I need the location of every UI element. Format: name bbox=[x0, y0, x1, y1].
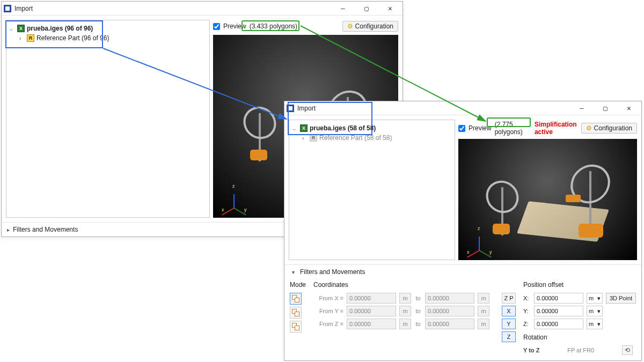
titlebar[interactable]: Import — ▢ ✕ bbox=[284, 101, 641, 115]
configuration-label: Configuration bbox=[594, 124, 632, 132]
close-button[interactable]: ✕ bbox=[380, 2, 400, 16]
import-tree[interactable]: ⌵ X prueba.iges (58 of 58) › R Reference… bbox=[289, 120, 455, 260]
configuration-button[interactable]: ⚙ Configuration bbox=[342, 21, 398, 32]
reference-icon: R bbox=[27, 34, 34, 42]
polygon-count: (3.433 polygons) bbox=[250, 23, 297, 30]
rotation-fp: FP at FR0 bbox=[567, 347, 594, 353]
maximize-button[interactable]: ▢ bbox=[595, 101, 616, 115]
offset-x-field[interactable]: 0.00000 bbox=[534, 293, 583, 304]
from-z-field[interactable]: 0.00000 bbox=[347, 319, 396, 329]
tree-ref-label: Reference Part (58 of 58) bbox=[319, 134, 392, 142]
app-icon bbox=[4, 5, 11, 12]
offset-x-unit[interactable]: m▾ bbox=[587, 293, 603, 304]
to-x-field[interactable]: 0.00000 bbox=[425, 293, 474, 304]
import-dialog-simplified: Import — ▢ ✕ ⌵ X prueba.iges (58 of 58) … bbox=[284, 101, 642, 361]
simplification-status: Simplification active bbox=[535, 121, 578, 136]
import-tree[interactable]: ⌵ X prueba.iges (96 of 96) › R Reference… bbox=[6, 20, 210, 218]
maximize-button[interactable]: ▢ bbox=[356, 2, 377, 16]
window-title: Import bbox=[297, 105, 568, 112]
three-d-point-button[interactable]: 3D Point bbox=[606, 293, 636, 304]
mode-button-3[interactable] bbox=[290, 321, 302, 333]
preview-checkbox[interactable] bbox=[458, 125, 465, 132]
tree-file-label: prueba.iges (58 of 58) bbox=[310, 124, 376, 132]
axis-triad-icon: z y x bbox=[219, 184, 247, 212]
configuration-label: Configuration bbox=[355, 23, 393, 30]
coords-heading: Coordinates bbox=[313, 281, 494, 289]
filters-movements-label: Filters and Movements bbox=[300, 268, 365, 276]
titlebar[interactable]: Import — ▢ ✕ bbox=[2, 2, 402, 16]
tree-ref-label: Reference Part (96 of 96) bbox=[36, 34, 109, 42]
expand-caret-icon[interactable]: ⌵ bbox=[292, 125, 298, 131]
coordinates-column: Coordinates From X = 0.00000 m to 0.0000… bbox=[313, 281, 494, 329]
axis-buttons-column: Z P X Y Z bbox=[502, 281, 516, 342]
unit-dropdown[interactable]: m bbox=[478, 319, 489, 329]
filters-movements-panel: Mode Coordinates From X = 0.00000 m to 0… bbox=[284, 279, 641, 360]
axis-triad-icon: z y x bbox=[465, 227, 493, 255]
offset-y-unit[interactable]: m▾ bbox=[587, 306, 603, 316]
rotation-row: Y to Z FP at FR0 ⟲ bbox=[523, 345, 636, 355]
chevron-right-icon: ▸ bbox=[7, 227, 10, 233]
preview-viewport[interactable]: z y x bbox=[458, 139, 637, 260]
offset-y-field[interactable]: 0.00000 bbox=[534, 306, 583, 316]
tree-file-node[interactable]: ⌵ X prueba.iges (58 of 58) bbox=[291, 123, 452, 133]
to-y-field[interactable]: 0.00000 bbox=[425, 306, 474, 316]
coord-row-y: From Y = 0.00000 m to 0.00000 m bbox=[313, 306, 494, 316]
unit-dropdown[interactable]: m bbox=[399, 306, 411, 316]
file-icon: X bbox=[300, 124, 308, 132]
tree-ref-node[interactable]: › R Reference Part (58 of 58) bbox=[291, 133, 452, 143]
tree-file-node[interactable]: ⌵ X prueba.iges (96 of 96) bbox=[9, 24, 207, 33]
axis-y-button[interactable]: Y bbox=[502, 319, 516, 329]
expand-caret-icon[interactable]: ⌵ bbox=[10, 26, 15, 32]
rotation-reset-button[interactable]: ⟲ bbox=[622, 345, 633, 355]
axis-x-button[interactable]: X bbox=[502, 306, 516, 316]
gear-icon: ⚙ bbox=[347, 23, 353, 30]
offset-z-field[interactable]: 0.00000 bbox=[534, 319, 583, 329]
configuration-button[interactable]: ⚙ Configuration bbox=[581, 123, 637, 134]
mode-heading: Mode bbox=[290, 281, 306, 289]
unit-dropdown[interactable]: m bbox=[478, 306, 489, 316]
preview-checkbox[interactable] bbox=[213, 23, 220, 30]
expand-caret-icon[interactable]: › bbox=[19, 35, 25, 41]
filters-movements-label: Filters and Movements bbox=[13, 226, 78, 233]
app-icon bbox=[287, 105, 294, 112]
unit-dropdown[interactable]: m bbox=[399, 293, 411, 304]
from-y-field[interactable]: 0.00000 bbox=[347, 306, 396, 316]
unit-dropdown[interactable]: m bbox=[478, 293, 489, 304]
to-z-field[interactable]: 0.00000 bbox=[425, 319, 474, 329]
tree-file-label: prueba.iges (96 of 96) bbox=[27, 25, 93, 32]
gear-icon: ⚙ bbox=[586, 124, 592, 132]
from-x-field[interactable]: 0.00000 bbox=[347, 293, 396, 304]
preview-label: Preview bbox=[469, 124, 492, 132]
expand-caret-icon[interactable]: › bbox=[302, 135, 308, 141]
coord-row-z: From Z = 0.00000 m to 0.00000 m bbox=[313, 319, 494, 329]
rotation-heading: Rotation bbox=[523, 334, 636, 341]
polygon-count: (2.775 polygons) bbox=[495, 121, 528, 136]
coord-row-x: From X = 0.00000 m to 0.00000 m bbox=[313, 293, 494, 304]
filters-movements-toggle[interactable]: ▾ Filters and Movements bbox=[284, 264, 641, 279]
chevron-down-icon: ▾ bbox=[290, 269, 297, 275]
minimize-button[interactable]: — bbox=[572, 101, 592, 115]
axis-z-button[interactable]: Z bbox=[502, 331, 516, 342]
position-offset-column: Position offset X: 0.00000 m▾ 3D Point Y… bbox=[523, 281, 636, 355]
minimize-button[interactable]: — bbox=[333, 2, 353, 16]
preview-label: Preview bbox=[223, 23, 246, 30]
close-button[interactable]: ✕ bbox=[619, 101, 639, 115]
tree-ref-node[interactable]: › R Reference Part (96 of 96) bbox=[9, 33, 207, 43]
rotation-ytoz: Y to Z bbox=[523, 347, 539, 353]
mode-button-1[interactable] bbox=[290, 293, 302, 305]
mode-column: Mode bbox=[290, 281, 306, 333]
position-offset-heading: Position offset bbox=[523, 281, 636, 289]
window-title: Import bbox=[14, 5, 330, 12]
reference-icon: R bbox=[310, 134, 317, 142]
file-icon: X bbox=[17, 25, 25, 32]
offset-z-unit[interactable]: m▾ bbox=[587, 319, 603, 329]
axis-zp-button[interactable]: Z P bbox=[502, 293, 516, 304]
mode-button-2[interactable] bbox=[290, 307, 302, 319]
unit-dropdown[interactable]: m bbox=[399, 319, 411, 329]
